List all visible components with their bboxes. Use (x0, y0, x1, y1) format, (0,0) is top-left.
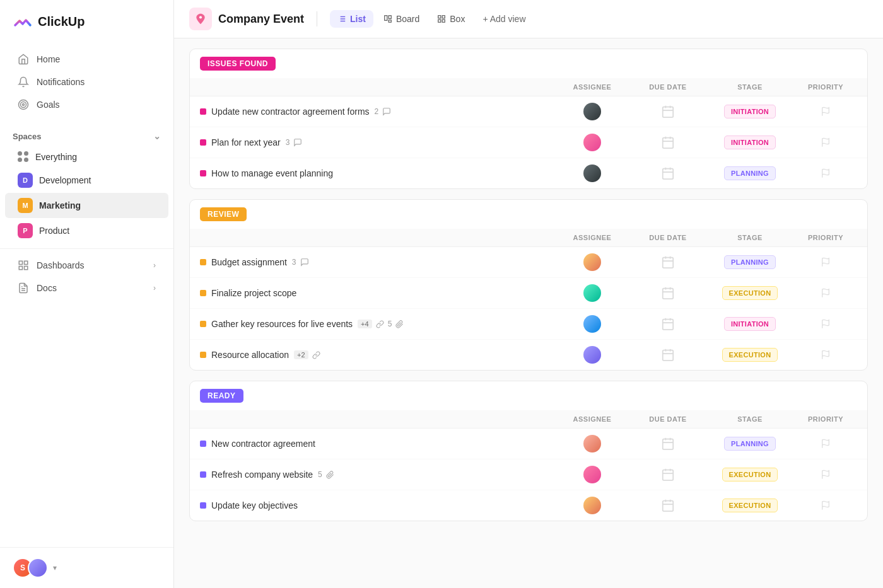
task-name[interactable]: Gather key resources for live events +4 … (200, 319, 554, 329)
stage-cell[interactable]: EXECUTION (706, 348, 794, 362)
assignee-cell[interactable] (554, 284, 630, 302)
priority-cell[interactable] (794, 319, 857, 329)
sidebar-item-development[interactable]: D Development (5, 168, 168, 193)
assignee-cell[interactable] (554, 315, 630, 333)
everything-label: Everything (35, 152, 77, 162)
table-row: Resource allocation +2 EXECUTION (190, 340, 867, 370)
stage-cell[interactable]: INITIATION (706, 105, 794, 118)
task-title: Resource allocation (211, 350, 289, 360)
assignee-cell[interactable] (554, 435, 630, 453)
col-stage-1: STAGE (706, 83, 794, 91)
goals-icon (18, 99, 29, 110)
sidebar-item-docs[interactable]: Docs › (5, 277, 168, 299)
task-avatar (583, 346, 601, 364)
assignee-cell[interactable] (554, 466, 630, 483)
task-title: New contractor agreement (211, 439, 315, 449)
stage-cell[interactable]: PLANNING (706, 437, 794, 451)
priority-cell[interactable] (794, 257, 857, 267)
priority-cell[interactable] (794, 500, 857, 510)
task-name[interactable]: How to manage event planning (200, 168, 554, 178)
due-date-cell[interactable] (630, 105, 706, 118)
logo-text: ClickUp (38, 14, 85, 29)
group-review-header: REVIEW (190, 200, 867, 229)
logo[interactable]: ClickUp (0, 0, 173, 43)
avatar-stack: S (13, 558, 48, 578)
stage-cell[interactable]: EXECUTION (706, 499, 794, 512)
sidebar-item-goals[interactable]: Goals (5, 93, 168, 116)
sidebar-item-marketing[interactable]: M Marketing (5, 193, 168, 218)
task-name[interactable]: Update new contractor agreement forms 2 (200, 107, 554, 117)
spaces-label: Spaces (13, 132, 42, 141)
sidebar-item-product[interactable]: P Product (5, 218, 168, 243)
svg-rect-6 (19, 267, 22, 270)
stage-cell[interactable]: PLANNING (706, 255, 794, 269)
group-ready-badge[interactable]: READY (200, 389, 243, 403)
table-row: Update new contractor agreement forms 2 … (190, 96, 867, 127)
due-date-cell[interactable] (630, 135, 706, 149)
priority-cell[interactable] (794, 439, 857, 449)
stage-cell[interactable]: EXECUTION (706, 286, 794, 300)
user-section: S ▾ (0, 547, 173, 588)
calendar-icon (661, 317, 675, 331)
task-title: Update new contractor agreement forms (211, 107, 370, 117)
assignee-cell[interactable] (554, 134, 630, 151)
sidebar-item-everything[interactable]: Everything (5, 146, 168, 168)
assignee-cell[interactable] (554, 346, 630, 364)
task-meta: 3 (292, 258, 309, 267)
group-review-badge[interactable]: REVIEW (200, 207, 247, 221)
stage-cell[interactable]: INITIATION (706, 317, 794, 331)
sidebar-item-dashboards[interactable]: Dashboards › (5, 254, 168, 277)
task-status-dot (200, 502, 206, 509)
sidebar-item-home[interactable]: Home (5, 48, 168, 71)
task-comment-count: 2 (375, 107, 379, 116)
task-name[interactable]: Refresh company website 5 (200, 470, 554, 480)
priority-cell[interactable] (794, 288, 857, 298)
tab-box[interactable]: Box (430, 10, 472, 28)
due-date-cell[interactable] (630, 468, 706, 481)
group-issues-found-badge[interactable]: ISSUES FOUND (200, 57, 276, 71)
due-date-cell[interactable] (630, 286, 706, 300)
task-status-dot (200, 290, 206, 296)
priority-cell[interactable] (794, 350, 857, 360)
marketing-dot: M (18, 198, 33, 213)
assignee-cell[interactable] (554, 164, 630, 182)
task-name[interactable]: Budget assignment 3 (200, 257, 554, 267)
priority-cell[interactable] (794, 470, 857, 480)
flag-icon (821, 168, 831, 178)
header: Company Event List Board Box + Add view (174, 0, 883, 38)
due-date-cell[interactable] (630, 166, 706, 180)
avatar-2[interactable] (28, 558, 48, 578)
assignee-cell[interactable] (554, 253, 630, 271)
add-view-button[interactable]: + Add view (475, 10, 533, 28)
col-assignee-2: ASSIGNEE (554, 234, 630, 241)
task-name[interactable]: Plan for next year 3 (200, 137, 554, 147)
priority-cell[interactable] (794, 107, 857, 117)
calendar-icon (661, 348, 675, 362)
stage-cell[interactable]: PLANNING (706, 166, 794, 180)
sidebar-item-notifications[interactable]: Notifications (5, 71, 168, 93)
task-name[interactable]: Resource allocation +2 (200, 350, 554, 360)
task-title: Update key objectives (211, 500, 298, 510)
comment-icon (293, 138, 302, 147)
priority-cell[interactable] (794, 137, 857, 147)
user-dropdown-icon[interactable]: ▾ (53, 563, 57, 572)
spaces-chevron-icon[interactable]: ⌄ (153, 131, 161, 141)
tab-board[interactable]: Board (376, 10, 427, 28)
task-name[interactable]: Finalize project scope (200, 288, 554, 298)
due-date-cell[interactable] (630, 348, 706, 362)
assignee-cell[interactable] (554, 497, 630, 514)
stage-cell[interactable]: EXECUTION (706, 468, 794, 481)
task-name[interactable]: New contractor agreement (200, 439, 554, 449)
stage-cell[interactable]: INITIATION (706, 135, 794, 149)
priority-cell[interactable] (794, 168, 857, 178)
assignee-cell[interactable] (554, 103, 630, 120)
box-icon (437, 14, 446, 23)
task-name[interactable]: Update key objectives (200, 500, 554, 510)
due-date-cell[interactable] (630, 317, 706, 331)
due-date-cell[interactable] (630, 499, 706, 512)
col-due-date-1: DUE DATE (630, 83, 706, 91)
tab-list[interactable]: List (330, 10, 373, 28)
due-date-cell[interactable] (630, 255, 706, 269)
group-review: REVIEW ASSIGNEE DUE DATE STAGE PRIORITY … (189, 199, 868, 371)
due-date-cell[interactable] (630, 437, 706, 451)
